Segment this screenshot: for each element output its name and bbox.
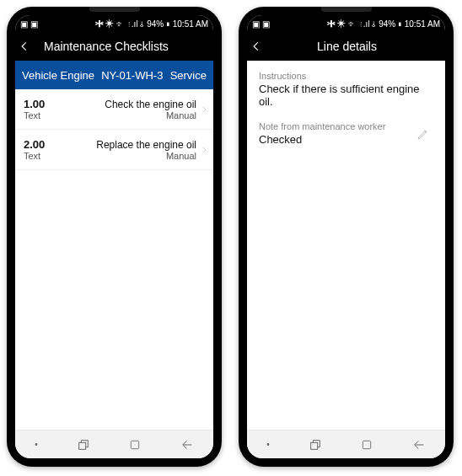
svg-rect-0: [79, 442, 86, 449]
nav-recent-button[interactable]: [309, 438, 322, 452]
chevron-left-icon: [250, 40, 262, 52]
nav-back-button[interactable]: [412, 438, 426, 452]
row-mode: Manual: [45, 151, 196, 161]
nav-home-button[interactable]: [361, 439, 373, 451]
checklist-row[interactable]: 1.00 Text Check the engine oil Manual: [15, 89, 213, 130]
row-description: Replace the engine oil: [45, 139, 196, 151]
phone-device-right: ▣ ▣ ✱ ✳ ᯤ ⁞.ıl ⫰ 94% ▮ 10:51 AM Line det…: [239, 7, 454, 467]
status-left-icons: ▣ ▣: [252, 19, 270, 29]
checklist-list: 1.00 Text Check the engine oil Manual 2.…: [15, 89, 213, 430]
checklist-row[interactable]: 2.00 Text Replace the engine oil Manual: [15, 130, 213, 170]
svg-rect-3: [311, 442, 318, 449]
home-icon: [361, 439, 373, 451]
instructions-label: Instructions: [259, 71, 433, 81]
android-nav-bar: •: [15, 430, 213, 458]
context-job-type: Service: [170, 69, 207, 82]
chevron-right-icon: [200, 144, 210, 156]
status-left-icons: ▣ ▣: [20, 19, 38, 29]
edit-note-button[interactable]: [416, 127, 433, 141]
app-header: Line details: [247, 32, 445, 61]
status-right-cluster: ✱ ✳ ᯤ ⁞.ıl ⫰ 94% ▮ 10:51 AM: [94, 19, 209, 29]
status-bar: ▣ ▣ ✱ ✳ ᯤ ⁞.ıl ⫰ 94% ▮ 10:51 AM: [247, 15, 445, 32]
pencil-icon: [416, 127, 430, 141]
row-mode: Manual: [45, 110, 196, 120]
status-bar: ▣ ▣ ✱ ✳ ᯤ ⁞.ıl ⫰ 94% ▮ 10:51 AM: [15, 15, 213, 32]
row-number: 1.00: [24, 98, 45, 110]
screen-left: ▣ ▣ ✱ ✳ ᯤ ⁞.ıl ⫰ 94% ▮ 10:51 AM Maintena…: [15, 15, 213, 458]
chevron-right-icon: [200, 104, 210, 115]
page-title: Maintenance Checklists: [42, 40, 210, 53]
back-button[interactable]: [250, 40, 274, 52]
back-arrow-icon: [180, 438, 194, 452]
app-header: Maintenance Checklists: [15, 32, 213, 61]
nav-home-button[interactable]: [129, 439, 141, 451]
phone-device-left: ▣ ▣ ✱ ✳ ᯤ ⁞.ıl ⫰ 94% ▮ 10:51 AM Maintena…: [7, 7, 222, 467]
nav-recent-button[interactable]: [77, 438, 90, 452]
instructions-text: Check if there is sufficient engine oil.: [259, 83, 433, 108]
page-title: Line details: [274, 40, 442, 53]
row-number: 2.00: [24, 138, 45, 151]
svg-rect-1: [132, 441, 139, 448]
detail-content: Instructions Check if there is sufficien…: [247, 61, 445, 430]
context-bar: Vehicle Engine NY-01-WH-3 Service: [15, 61, 213, 89]
back-button[interactable]: [19, 40, 42, 52]
context-asset-type: Vehicle Engine: [22, 69, 94, 82]
row-description: Check the engine oil: [45, 99, 196, 110]
nav-assistant-dot[interactable]: •: [266, 440, 270, 449]
note-text: Checked: [259, 133, 416, 146]
status-right-cluster: ✱ ✳ ᯤ ⁞.ıl ⫰ 94% ▮ 10:51 AM: [325, 19, 441, 29]
chevron-left-icon: [19, 40, 30, 52]
recent-apps-icon: [309, 438, 322, 452]
row-type: Text: [24, 110, 45, 120]
note-label: Note from maintenance worker: [259, 121, 416, 131]
instructions-block: Instructions Check if there is sufficien…: [247, 61, 445, 113]
note-block: Note from maintenance worker Checked: [247, 113, 445, 154]
home-icon: [129, 439, 141, 451]
nav-assistant-dot[interactable]: •: [35, 440, 38, 449]
back-arrow-icon: [412, 438, 426, 452]
svg-rect-4: [363, 441, 371, 448]
nav-back-button[interactable]: [180, 438, 194, 452]
row-type: Text: [24, 151, 45, 161]
recent-apps-icon: [77, 438, 90, 452]
android-nav-bar: •: [247, 430, 445, 458]
screen-right: ▣ ▣ ✱ ✳ ᯤ ⁞.ıl ⫰ 94% ▮ 10:51 AM Line det…: [247, 15, 445, 458]
context-asset-id: NY-01-WH-3: [101, 69, 163, 82]
